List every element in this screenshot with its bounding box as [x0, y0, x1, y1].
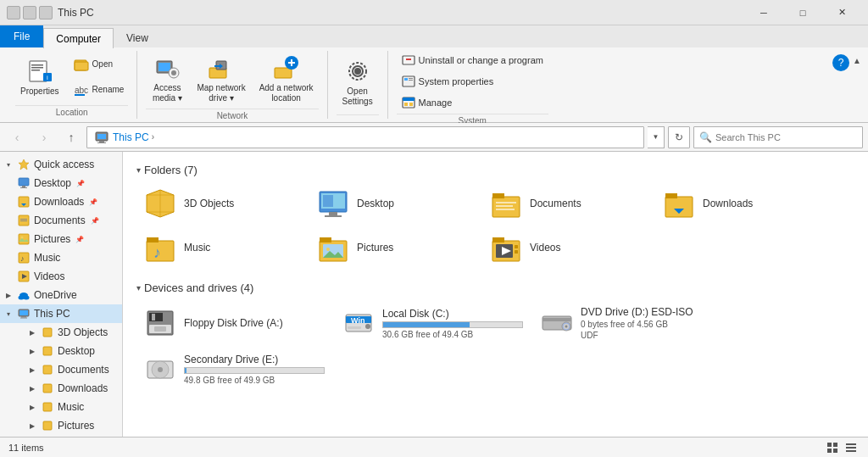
svg-point-111	[158, 367, 163, 372]
sidebar-item-pictures[interactable]: ▶ Pictures	[0, 416, 122, 435]
local-c-space: 30.6 GB free of 49.4 GB	[382, 330, 523, 339]
tab-view[interactable]: View	[114, 27, 161, 47]
add-network-location-button[interactable]: Add a networklocation	[254, 51, 319, 107]
sidebar-item-documents[interactable]: ▶ Documents	[0, 360, 122, 379]
downloads-qa-icon	[17, 195, 31, 209]
folder-item-3dobjects[interactable]: 3D Objects	[136, 183, 306, 224]
sidebar-item-videos-qa[interactable]: Videos	[0, 267, 122, 286]
map-network-drive-button[interactable]: Map networkdrive ▾	[192, 51, 250, 107]
maximize-button[interactable]: □	[783, 0, 822, 25]
minimize-button[interactable]: ─	[744, 0, 783, 25]
address-dropdown[interactable]: ▼	[648, 126, 665, 148]
view-icon-list[interactable]	[843, 440, 860, 455]
open-settings-button[interactable]: OpenSettings	[337, 54, 379, 110]
sidebar-onedrive[interactable]: ▶ OneDrive	[0, 286, 122, 304]
quick-access-icon	[17, 158, 31, 171]
properties-button[interactable]: i Properties	[15, 54, 64, 100]
sidebar-item-music-qa[interactable]: ♪ Music	[0, 248, 122, 267]
svg-rect-103	[348, 326, 361, 329]
close-button[interactable]: ✕	[822, 0, 861, 25]
sidebar-item-pictures-qa[interactable]: Pictures 📌	[0, 230, 122, 248]
pictures-qa-pin: 📌	[75, 236, 84, 243]
access-media-button[interactable]: Accessmedia ▾	[146, 51, 188, 107]
search-input[interactable]	[715, 132, 857, 142]
svg-point-86	[326, 248, 330, 251]
properties-icon: i	[26, 58, 53, 85]
drive-item-floppy[interactable]: Floppy Disk Drive (A:)	[136, 301, 331, 345]
drive-item-secondary-e[interactable]: Secondary Drive (E:) 49.8 GB free of 49.…	[136, 348, 331, 390]
folder-pictures-name: Pictures	[357, 242, 393, 254]
sidebar-this-pc[interactable]: ▾ This PC	[0, 304, 122, 323]
manage-button[interactable]: Manage	[397, 93, 458, 112]
sidebar-item-downloads[interactable]: ▶ Downloads	[0, 379, 122, 398]
forward-button[interactable]: ›	[32, 127, 56, 148]
refresh-button[interactable]: ↻	[668, 126, 690, 148]
svg-text:abc: abc	[75, 86, 88, 95]
folder-item-videos[interactable]: Videos	[482, 227, 652, 268]
desktop-sidebar-icon	[41, 344, 54, 358]
svg-rect-7	[75, 62, 88, 70]
folders-section-header[interactable]: ▾ Folders (7)	[136, 164, 854, 176]
svg-rect-29	[409, 80, 413, 81]
open-icon	[72, 55, 91, 74]
documents-qa-pin: 📌	[91, 217, 99, 225]
svg-rect-81	[147, 237, 159, 242]
sidebar-item-desktop[interactable]: ▶ Desktop	[0, 342, 122, 360]
drive-item-local-c[interactable]: Win Local Disk (C:) 30.6 GB free of 49.4…	[335, 301, 530, 345]
tab-computer[interactable]: Computer	[43, 28, 114, 48]
rename-button[interactable]: abc Rename	[68, 78, 129, 102]
folder-item-downloads[interactable]: Downloads	[655, 183, 825, 224]
sidebar-item-desktop-qa[interactable]: Desktop 📌	[0, 174, 122, 192]
search-icon: 🔍	[699, 131, 712, 143]
svg-text:♪: ♪	[153, 244, 161, 261]
folder-item-desktop[interactable]: Desktop	[309, 183, 479, 224]
back-button[interactable]: ‹	[5, 127, 29, 148]
address-path-item[interactable]: This PC	[113, 131, 149, 143]
sidebar-item-music[interactable]: ▶ Music	[0, 398, 122, 416]
this-pc-icon	[17, 307, 31, 320]
secondary-e-bar-fill	[185, 368, 186, 373]
folder-item-pictures[interactable]: Pictures	[309, 227, 479, 268]
desktop-qa-label: Desktop	[34, 177, 71, 189]
tab-file[interactable]: File	[0, 25, 43, 47]
svg-rect-74	[496, 202, 516, 203]
svg-rect-116	[846, 443, 856, 445]
sidebar-quick-access[interactable]: ▾ Quick access	[0, 155, 122, 174]
sidebar-item-downloads-qa[interactable]: Downloads 📌	[0, 192, 122, 211]
view-icons	[824, 440, 860, 455]
ribbon-collapse-button[interactable]: ▲	[853, 56, 861, 65]
up-button[interactable]: ↑	[59, 127, 83, 148]
local-c-info: Local Disk (C:) 30.6 GB free of 49.4 GB	[382, 308, 523, 339]
sidebar-item-documents-qa[interactable]: Documents 📌	[0, 211, 122, 230]
ribbon-group-system: Uninstall or change a program System pro…	[388, 51, 557, 119]
title-icon-1	[7, 6, 20, 20]
sidebar-item-3dobjects[interactable]: ▶ 3D Objects	[0, 323, 122, 342]
folder-item-music[interactable]: ♪ Music	[136, 227, 306, 268]
view-icon-grid[interactable]	[824, 440, 841, 455]
floppy-name: Floppy Disk Drive (A:)	[184, 317, 325, 329]
uninstall-button[interactable]: Uninstall or change a program	[397, 51, 548, 70]
svg-text:i: i	[47, 74, 48, 81]
svg-rect-39	[19, 178, 29, 186]
svg-rect-40	[22, 186, 25, 187]
floppy-info: Floppy Disk Drive (A:)	[184, 317, 325, 329]
drives-section-header[interactable]: ▾ Devices and drives (4)	[136, 281, 854, 294]
folder-item-documents[interactable]: Documents	[482, 183, 652, 224]
folders-section-title: Folders (7)	[144, 164, 198, 176]
help-button[interactable]: ?	[832, 54, 849, 71]
pictures-qa-icon	[17, 232, 31, 246]
downloads-qa-pin: 📌	[89, 198, 97, 206]
sidebar: ▾ Quick access Desktop 📌 Downloads 📌 Doc	[0, 152, 123, 437]
svg-rect-31	[403, 98, 415, 101]
ribbon: File Computer View i	[0, 25, 868, 123]
system-properties-button[interactable]: System properties	[397, 72, 499, 91]
drive-item-dvd-d[interactable]: DVD Drive (D:) ESD-ISO 0 bytes free of 4…	[533, 301, 728, 345]
svg-rect-28	[409, 78, 413, 79]
svg-rect-75	[496, 205, 513, 207]
music-qa-label: Music	[34, 252, 60, 264]
address-path[interactable]: This PC ›	[86, 126, 644, 148]
downloads-sidebar-icon	[41, 382, 54, 395]
open-button[interactable]: Open	[68, 53, 129, 76]
open-label: Open	[92, 59, 113, 70]
svg-text:Win: Win	[351, 316, 364, 325]
